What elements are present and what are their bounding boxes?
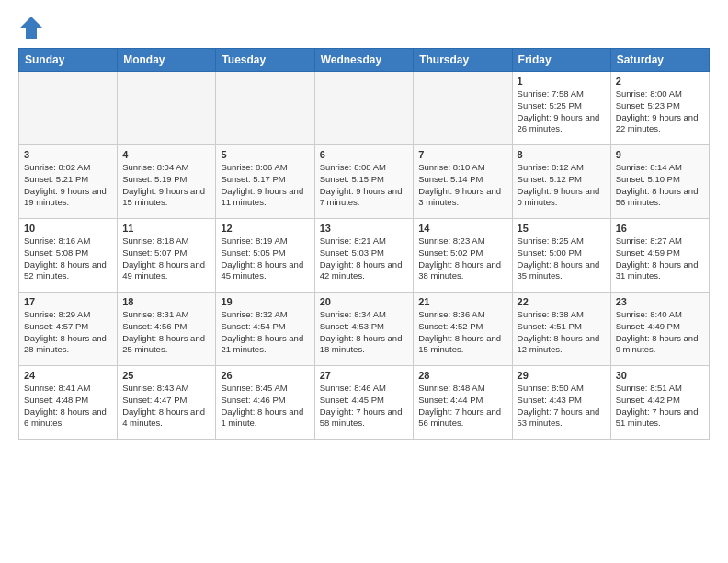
- day-number: 7: [418, 149, 506, 160]
- calendar-cell: 10Sunrise: 8:16 AM Sunset: 5:08 PM Dayli…: [19, 219, 118, 293]
- calendar-cell: 14Sunrise: 8:23 AM Sunset: 5:02 PM Dayli…: [414, 219, 512, 293]
- day-number: 5: [221, 149, 309, 160]
- day-number: 20: [320, 296, 409, 307]
- logo: [18, 15, 48, 40]
- day-number: 15: [518, 223, 606, 234]
- calendar-cell: 6Sunrise: 8:08 AM Sunset: 5:15 PM Daylig…: [314, 145, 414, 219]
- weekday-header-thursday: Thursday: [414, 49, 512, 72]
- day-info: Sunrise: 8:27 AM Sunset: 4:59 PM Dayligh…: [616, 236, 704, 282]
- calendar-cell: 12Sunrise: 8:19 AM Sunset: 5:05 PM Dayli…: [216, 219, 314, 293]
- weekday-header-row: SundayMondayTuesdayWednesdayThursdayFrid…: [19, 49, 710, 72]
- day-info: Sunrise: 8:50 AM Sunset: 4:43 PM Dayligh…: [518, 383, 606, 430]
- calendar-cell: 17Sunrise: 8:29 AM Sunset: 4:57 PM Dayli…: [19, 293, 118, 366]
- calendar-cell: 4Sunrise: 8:04 AM Sunset: 5:19 PM Daylig…: [118, 145, 216, 219]
- day-number: 27: [320, 370, 409, 381]
- day-info: Sunrise: 8:19 AM Sunset: 5:05 PM Dayligh…: [221, 236, 309, 282]
- day-number: 30: [616, 370, 704, 381]
- day-number: 14: [418, 223, 506, 234]
- day-info: Sunrise: 8:21 AM Sunset: 5:03 PM Dayligh…: [320, 236, 409, 282]
- calendar-cell: 22Sunrise: 8:38 AM Sunset: 4:51 PM Dayli…: [512, 293, 610, 366]
- weekday-header-monday: Monday: [118, 49, 216, 72]
- calendar-cell: 5Sunrise: 8:06 AM Sunset: 5:17 PM Daylig…: [216, 145, 314, 219]
- day-number: 21: [418, 296, 506, 307]
- week-row-1: 1Sunrise: 7:58 AM Sunset: 5:25 PM Daylig…: [19, 72, 710, 145]
- day-info: Sunrise: 8:46 AM Sunset: 4:45 PM Dayligh…: [320, 383, 409, 430]
- day-info: Sunrise: 8:34 AM Sunset: 4:53 PM Dayligh…: [320, 309, 409, 356]
- day-info: Sunrise: 8:41 AM Sunset: 4:48 PM Dayligh…: [24, 383, 112, 430]
- weekday-header-saturday: Saturday: [610, 49, 709, 72]
- day-info: Sunrise: 7:58 AM Sunset: 5:25 PM Dayligh…: [518, 88, 606, 135]
- week-row-2: 3Sunrise: 8:02 AM Sunset: 5:21 PM Daylig…: [19, 145, 710, 219]
- page: SundayMondayTuesdayWednesdayThursdayFrid…: [0, 0, 728, 454]
- day-info: Sunrise: 8:32 AM Sunset: 4:54 PM Dayligh…: [221, 309, 309, 356]
- calendar-cell: 3Sunrise: 8:02 AM Sunset: 5:21 PM Daylig…: [19, 145, 118, 219]
- calendar-cell: [314, 72, 414, 145]
- calendar-cell: 29Sunrise: 8:50 AM Sunset: 4:43 PM Dayli…: [512, 366, 610, 440]
- day-info: Sunrise: 8:10 AM Sunset: 5:14 PM Dayligh…: [418, 162, 506, 209]
- calendar-cell: 18Sunrise: 8:31 AM Sunset: 4:56 PM Dayli…: [118, 293, 216, 366]
- day-info: Sunrise: 8:25 AM Sunset: 5:00 PM Dayligh…: [518, 236, 606, 282]
- calendar-cell: 2Sunrise: 8:00 AM Sunset: 5:23 PM Daylig…: [610, 72, 709, 145]
- calendar-cell: 9Sunrise: 8:14 AM Sunset: 5:10 PM Daylig…: [610, 145, 709, 219]
- calendar-cell: [216, 72, 314, 145]
- day-number: 22: [518, 296, 606, 307]
- logo-icon: [18, 15, 44, 40]
- day-info: Sunrise: 8:43 AM Sunset: 4:47 PM Dayligh…: [122, 383, 210, 430]
- calendar-cell: 15Sunrise: 8:25 AM Sunset: 5:00 PM Dayli…: [512, 219, 610, 293]
- week-row-3: 10Sunrise: 8:16 AM Sunset: 5:08 PM Dayli…: [19, 219, 710, 293]
- day-number: 10: [24, 223, 112, 234]
- day-info: Sunrise: 8:16 AM Sunset: 5:08 PM Dayligh…: [24, 236, 112, 282]
- day-number: 4: [122, 149, 210, 160]
- calendar-cell: 7Sunrise: 8:10 AM Sunset: 5:14 PM Daylig…: [414, 145, 512, 219]
- day-number: 26: [221, 370, 309, 381]
- calendar-cell: 16Sunrise: 8:27 AM Sunset: 4:59 PM Dayli…: [610, 219, 709, 293]
- calendar-cell: 24Sunrise: 8:41 AM Sunset: 4:48 PM Dayli…: [19, 366, 118, 440]
- day-info: Sunrise: 8:51 AM Sunset: 4:42 PM Dayligh…: [616, 383, 704, 430]
- day-number: 16: [616, 223, 704, 234]
- calendar-cell: 27Sunrise: 8:46 AM Sunset: 4:45 PM Dayli…: [314, 366, 414, 440]
- day-info: Sunrise: 8:38 AM Sunset: 4:51 PM Dayligh…: [518, 309, 606, 356]
- day-info: Sunrise: 8:23 AM Sunset: 5:02 PM Dayligh…: [418, 236, 506, 282]
- weekday-header-sunday: Sunday: [19, 49, 118, 72]
- day-info: Sunrise: 8:36 AM Sunset: 4:52 PM Dayligh…: [418, 309, 506, 356]
- calendar-cell: 25Sunrise: 8:43 AM Sunset: 4:47 PM Dayli…: [118, 366, 216, 440]
- weekday-header-friday: Friday: [512, 49, 610, 72]
- day-info: Sunrise: 8:04 AM Sunset: 5:19 PM Dayligh…: [122, 162, 210, 209]
- day-info: Sunrise: 8:29 AM Sunset: 4:57 PM Dayligh…: [24, 309, 112, 356]
- calendar-cell: 1Sunrise: 7:58 AM Sunset: 5:25 PM Daylig…: [512, 72, 610, 145]
- day-info: Sunrise: 8:02 AM Sunset: 5:21 PM Dayligh…: [24, 162, 112, 209]
- day-number: 13: [320, 223, 409, 234]
- weekday-header-wednesday: Wednesday: [314, 49, 414, 72]
- calendar-cell: 26Sunrise: 8:45 AM Sunset: 4:46 PM Dayli…: [216, 366, 314, 440]
- day-info: Sunrise: 8:40 AM Sunset: 4:49 PM Dayligh…: [616, 309, 704, 356]
- day-number: 6: [320, 149, 409, 160]
- day-number: 8: [518, 149, 606, 160]
- day-info: Sunrise: 8:48 AM Sunset: 4:44 PM Dayligh…: [418, 383, 506, 430]
- calendar-cell: 11Sunrise: 8:18 AM Sunset: 5:07 PM Dayli…: [118, 219, 216, 293]
- day-info: Sunrise: 8:18 AM Sunset: 5:07 PM Dayligh…: [122, 236, 210, 282]
- week-row-4: 17Sunrise: 8:29 AM Sunset: 4:57 PM Dayli…: [19, 293, 710, 366]
- calendar-cell: 21Sunrise: 8:36 AM Sunset: 4:52 PM Dayli…: [414, 293, 512, 366]
- day-number: 24: [24, 370, 112, 381]
- day-info: Sunrise: 8:31 AM Sunset: 4:56 PM Dayligh…: [122, 309, 210, 356]
- calendar-cell: [414, 72, 512, 145]
- calendar-cell: [19, 72, 118, 145]
- day-number: 23: [616, 296, 704, 307]
- weekday-header-tuesday: Tuesday: [216, 49, 314, 72]
- calendar-cell: 28Sunrise: 8:48 AM Sunset: 4:44 PM Dayli…: [414, 366, 512, 440]
- day-number: 3: [24, 149, 112, 160]
- day-info: Sunrise: 8:08 AM Sunset: 5:15 PM Dayligh…: [320, 162, 409, 209]
- day-number: 19: [221, 296, 309, 307]
- day-info: Sunrise: 8:45 AM Sunset: 4:46 PM Dayligh…: [221, 383, 309, 430]
- calendar-cell: 20Sunrise: 8:34 AM Sunset: 4:53 PM Dayli…: [314, 293, 414, 366]
- day-number: 29: [518, 370, 606, 381]
- day-number: 11: [122, 223, 210, 234]
- day-number: 1: [518, 75, 606, 86]
- day-number: 25: [122, 370, 210, 381]
- day-number: 2: [616, 75, 704, 86]
- day-number: 9: [616, 149, 704, 160]
- day-info: Sunrise: 8:00 AM Sunset: 5:23 PM Dayligh…: [616, 88, 704, 135]
- calendar: SundayMondayTuesdayWednesdayThursdayFrid…: [18, 48, 710, 440]
- calendar-cell: 23Sunrise: 8:40 AM Sunset: 4:49 PM Dayli…: [610, 293, 709, 366]
- day-info: Sunrise: 8:06 AM Sunset: 5:17 PM Dayligh…: [221, 162, 309, 209]
